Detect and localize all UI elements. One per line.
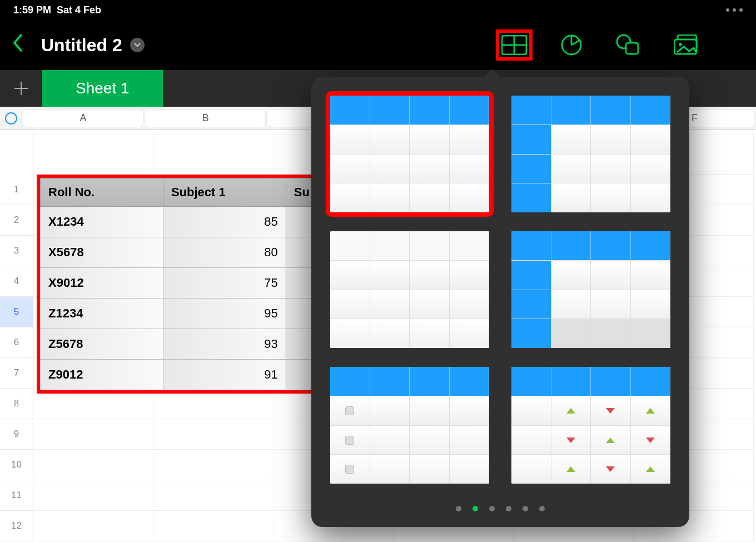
row-header[interactable]: 4: [0, 266, 33, 297]
add-sheet-button[interactable]: [0, 70, 42, 107]
table-style-thumb[interactable]: [511, 96, 670, 212]
table-style-thumb[interactable]: [511, 367, 670, 484]
row-header[interactable]: 1: [0, 175, 33, 205]
row-header[interactable]: 7: [0, 358, 33, 389]
row-header[interactable]: 8: [0, 389, 33, 419]
table-icon[interactable]: [501, 35, 527, 55]
table-style-thumb[interactable]: [330, 367, 489, 484]
column-header[interactable]: B: [146, 109, 266, 127]
row-header-col: 1 2 3 4 5 6 7 8 9 10 11 12 13: [0, 130, 33, 542]
sheet-tab[interactable]: Sheet 1: [42, 70, 163, 107]
table-styles-popover: [311, 77, 689, 527]
back-button[interactable]: [11, 33, 24, 58]
page-dot[interactable]: [456, 506, 461, 511]
page-dot[interactable]: [539, 506, 545, 511]
page-dot[interactable]: [472, 506, 478, 511]
chart-icon[interactable]: [560, 34, 583, 56]
table-style-thumb[interactable]: [511, 231, 670, 348]
row-header[interactable]: 6: [0, 327, 33, 358]
insert-toolbar: [501, 34, 745, 56]
table-header[interactable]: Subject 1: [163, 178, 286, 207]
column-header[interactable]: A: [23, 109, 143, 127]
row-header[interactable]: 11: [0, 480, 33, 511]
document-title[interactable]: Untitled 2: [41, 35, 145, 56]
row-header[interactable]: 5: [0, 297, 33, 327]
svg-point-8: [679, 43, 682, 46]
table-style-thumb[interactable]: [330, 231, 489, 348]
shape-icon[interactable]: [616, 34, 640, 56]
row-header[interactable]: 3: [0, 236, 33, 266]
status-text: 1:59 PM Sat 4 Feb: [13, 4, 101, 16]
row-header[interactable]: 12: [0, 511, 33, 541]
page-dot[interactable]: [489, 506, 495, 511]
more-menu-icon[interactable]: [726, 8, 743, 12]
chevron-down-icon[interactable]: [130, 38, 145, 52]
table-header[interactable]: Roll No.: [41, 178, 163, 207]
status-bar: 1:59 PM Sat 4 Feb: [0, 0, 756, 20]
page-dot[interactable]: [506, 506, 511, 511]
svg-rect-5: [626, 43, 638, 54]
page-indicator[interactable]: [311, 506, 689, 511]
title-bar: Untitled 2: [0, 20, 756, 70]
row-header[interactable]: 9: [0, 419, 33, 450]
media-icon[interactable]: [674, 34, 700, 56]
table-style-thumb[interactable]: [330, 96, 489, 212]
row-header[interactable]: 10: [0, 450, 33, 480]
row-header[interactable]: 2: [0, 205, 33, 236]
page-dot[interactable]: [523, 506, 528, 511]
select-all-cell[interactable]: [0, 107, 22, 130]
